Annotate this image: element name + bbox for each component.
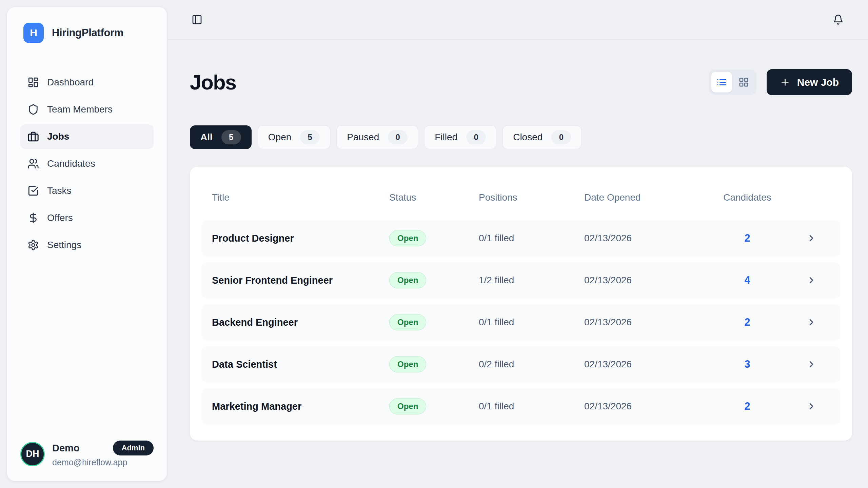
job-title: Data Scientist [212, 359, 389, 370]
column-header-title: Title [212, 192, 389, 203]
sidebar-nav: Dashboard Team Members Jobs Candidates T… [7, 70, 167, 257]
new-job-button[interactable]: New Job [767, 69, 852, 95]
page-header: Jobs [190, 58, 852, 107]
column-header-date-opened: Date Opened [584, 192, 703, 203]
sidebar-item-tasks[interactable]: Tasks [20, 179, 154, 203]
job-title: Backend Engineer [212, 317, 389, 328]
gear-icon [27, 239, 39, 251]
brand: H HiringPlatform [7, 7, 167, 43]
filter-count-badge: 0 [388, 130, 408, 144]
job-title: Senior Frontend Engineer [212, 275, 389, 286]
dollar-icon [27, 212, 39, 224]
table-rows: Product Designer Open 0/1 filled 02/13/2… [202, 220, 840, 425]
positions-cell: 1/2 filled [479, 275, 584, 286]
user-profile[interactable]: DH Demo Admin demo@hireflow.app [7, 441, 167, 481]
sidebar-item-label: Team Members [47, 104, 113, 115]
status-badge: Open [389, 230, 426, 246]
topbar [167, 0, 868, 40]
user-email: demo@hireflow.app [52, 458, 154, 467]
list-icon [716, 77, 727, 87]
notifications-button[interactable] [829, 11, 847, 28]
filter-tab-open[interactable]: Open 5 [258, 125, 331, 149]
job-title: Product Designer [212, 233, 389, 244]
brand-name: HiringPlatform [52, 27, 123, 39]
column-header-candidates: Candidates [723, 192, 771, 203]
filter-label: Filled [435, 132, 457, 143]
main-area: Jobs [167, 0, 868, 488]
content: Jobs [167, 58, 868, 441]
table-header: Title Status Positions Date Opened Candi… [202, 167, 840, 203]
date-opened-cell: 02/13/2026 [584, 233, 703, 244]
table-row[interactable]: Data Scientist Open 0/2 filled 02/13/202… [202, 346, 840, 383]
date-opened-cell: 02/13/2026 [584, 401, 703, 412]
candidates-count[interactable]: 3 [744, 358, 750, 370]
sidebar-item-dashboard[interactable]: Dashboard [20, 70, 154, 95]
sidebar-item-candidates[interactable]: Candidates [20, 151, 154, 176]
status-badge: Open [389, 314, 426, 330]
filter-count-badge: 5 [300, 130, 320, 144]
plus-icon [780, 77, 790, 87]
bell-icon [833, 14, 844, 25]
positions-cell: 0/1 filled [479, 401, 584, 412]
table-row[interactable]: Marketing Manager Open 0/1 filled 02/13/… [202, 388, 840, 425]
sidebar-item-team-members[interactable]: Team Members [20, 97, 154, 122]
sidebar-item-label: Dashboard [47, 77, 94, 88]
header-controls: New Job [709, 69, 852, 95]
status-badge: Open [389, 272, 426, 288]
users-icon [27, 158, 39, 169]
sidebar-item-label: Candidates [47, 158, 95, 169]
user-name: Demo [52, 443, 80, 454]
page-title: Jobs [190, 72, 236, 93]
list-view-button[interactable] [711, 72, 732, 93]
new-job-label: New Job [797, 77, 839, 88]
brand-h-icon: H [23, 23, 44, 43]
sidebar: H HiringPlatform Dashboard Team Members … [7, 7, 167, 481]
positions-cell: 0/1 filled [479, 317, 584, 328]
chevron-right-icon[interactable] [806, 233, 816, 243]
chevron-right-icon[interactable] [806, 359, 816, 369]
chevron-right-icon[interactable] [806, 401, 816, 411]
filter-count-badge: 5 [221, 130, 241, 144]
panel-left-icon [192, 14, 202, 25]
date-opened-cell: 02/13/2026 [584, 275, 703, 286]
column-header-positions: Positions [479, 192, 584, 203]
sidebar-item-offers[interactable]: Offers [20, 206, 154, 230]
table-row[interactable]: Backend Engineer Open 0/1 filled 02/13/2… [202, 304, 840, 341]
sidebar-item-label: Offers [47, 212, 73, 223]
grid-icon [738, 77, 749, 87]
filter-label: Open [268, 132, 292, 143]
date-opened-cell: 02/13/2026 [584, 317, 703, 328]
shield-icon [27, 104, 39, 115]
column-header-status: Status [389, 192, 479, 203]
check-square-icon [27, 185, 39, 197]
briefcase-icon [27, 131, 39, 142]
filter-label: Closed [513, 132, 542, 143]
filter-tab-closed[interactable]: Closed 0 [502, 125, 581, 149]
filter-label: Paused [347, 132, 379, 143]
candidates-count[interactable]: 4 [744, 274, 750, 286]
filter-label: All [200, 132, 213, 143]
filter-tab-filled[interactable]: Filled 0 [424, 125, 496, 149]
chevron-right-icon[interactable] [806, 317, 816, 327]
sidebar-toggle-button[interactable] [188, 11, 206, 28]
date-opened-cell: 02/13/2026 [584, 359, 703, 370]
chevron-right-icon[interactable] [806, 275, 816, 285]
sidebar-item-jobs[interactable]: Jobs [20, 124, 154, 149]
filter-count-badge: 0 [551, 130, 571, 144]
candidates-count[interactable]: 2 [744, 232, 750, 244]
role-badge: Admin [113, 441, 154, 455]
avatar: DH [20, 442, 45, 466]
candidates-count[interactable]: 2 [744, 400, 750, 412]
positions-cell: 0/1 filled [479, 233, 584, 244]
filter-tab-all[interactable]: All 5 [190, 125, 252, 149]
sidebar-item-label: Settings [47, 240, 81, 250]
profile-info: Demo Admin demo@hireflow.app [52, 441, 154, 467]
candidates-count[interactable]: 2 [744, 316, 750, 328]
table-row[interactable]: Senior Frontend Engineer Open 1/2 filled… [202, 262, 840, 299]
status-badge: Open [389, 398, 426, 414]
sidebar-item-settings[interactable]: Settings [20, 233, 154, 257]
grid-view-button[interactable] [733, 72, 754, 93]
table-row[interactable]: Product Designer Open 0/1 filled 02/13/2… [202, 220, 840, 257]
filter-tab-paused[interactable]: Paused 0 [336, 125, 418, 149]
sidebar-item-label: Jobs [47, 131, 69, 142]
